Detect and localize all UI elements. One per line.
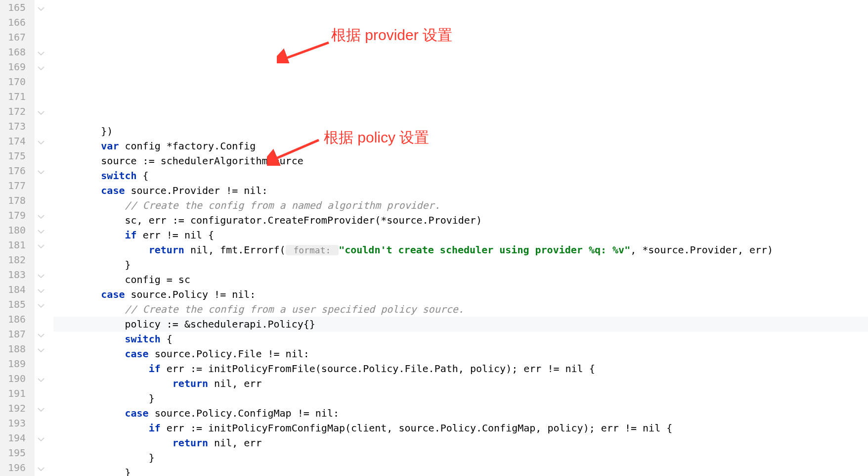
code-line[interactable]: case source.Provider != nil: <box>53 183 868 198</box>
annotation-provider: 根据 provider 设置 <box>331 29 452 41</box>
fold-marker-icon[interactable] <box>38 4 44 11</box>
fold-marker-icon[interactable] <box>38 138 44 144</box>
code-editor[interactable]: 1651661671681691701711721731741751761771… <box>0 0 868 476</box>
line-number: 177 <box>5 178 26 193</box>
line-number: 175 <box>5 148 26 163</box>
fold-marker-icon[interactable] <box>38 167 44 174</box>
code-line[interactable]: case source.Policy != nil: <box>53 287 868 302</box>
fold-marker-icon[interactable] <box>38 301 44 308</box>
line-number: 168 <box>5 45 26 59</box>
fold-marker-icon[interactable] <box>38 48 44 55</box>
line-number: 170 <box>5 74 26 89</box>
line-number: 192 <box>5 401 26 416</box>
line-number: 182 <box>5 252 26 267</box>
code-line[interactable]: if err != nil { <box>53 228 868 242</box>
fold-marker-icon[interactable] <box>38 286 44 293</box>
code-line[interactable]: config = sc <box>53 272 868 287</box>
code-line[interactable]: policy := &schedulerapi.Policy{} <box>53 317 868 332</box>
code-line[interactable]: case source.Policy.ConfigMap != nil: <box>53 406 868 421</box>
code-line[interactable]: // Create the config from a named algori… <box>53 198 868 213</box>
code-line[interactable]: return nil, err <box>53 435 868 450</box>
code-line[interactable]: return nil, err <box>53 376 868 391</box>
line-number: 189 <box>5 356 26 371</box>
fold-marker-icon[interactable] <box>38 331 44 337</box>
fold-marker-icon[interactable] <box>38 212 44 219</box>
fold-marker-icon[interactable] <box>38 434 44 441</box>
code-line[interactable]: case source.Policy.File != nil: <box>53 346 868 361</box>
line-number: 179 <box>5 208 26 223</box>
arrow-icon <box>277 39 336 63</box>
code-line[interactable]: } <box>53 465 868 476</box>
code-line[interactable]: sc, err := configurator.CreateFromProvid… <box>53 213 868 228</box>
line-number: 196 <box>5 460 26 475</box>
code-line[interactable]: if err := initPolicyFromConfigMap(client… <box>53 421 868 435</box>
code-line[interactable]: return nil, fmt.Errorf( format: "couldn'… <box>53 242 868 257</box>
code-area[interactable]: 根据 provider 设置 根据 policy 设置 }) var confi… <box>49 0 868 476</box>
line-number: 176 <box>5 163 26 178</box>
line-number: 171 <box>5 89 26 104</box>
svg-line-1 <box>283 43 329 59</box>
line-number: 187 <box>5 327 26 341</box>
line-number: 166 <box>5 15 26 30</box>
fold-marker-icon[interactable] <box>38 227 44 234</box>
fold-marker-icon[interactable] <box>38 405 44 412</box>
fold-marker-icon[interactable] <box>38 375 44 382</box>
code-line[interactable]: source := schedulerAlgorithmSource <box>53 153 868 168</box>
line-number: 184 <box>5 282 26 297</box>
line-number: 188 <box>5 341 26 356</box>
code-line[interactable]: } <box>53 391 868 406</box>
line-number: 172 <box>5 104 26 119</box>
code-line[interactable]: if err := initPolicyFromFile(source.Poli… <box>53 361 868 376</box>
line-number: 194 <box>5 430 26 445</box>
fold-marker-icon[interactable] <box>38 241 44 248</box>
line-number: 186 <box>5 312 26 327</box>
line-number: 183 <box>5 267 26 282</box>
code-line[interactable]: var config *factory.Config <box>53 139 868 153</box>
code-line[interactable]: switch { <box>53 332 868 346</box>
fold-column <box>35 0 49 476</box>
line-number: 191 <box>5 386 26 401</box>
code-line[interactable]: // Create the config from a user specifi… <box>53 302 868 317</box>
line-number: 190 <box>5 371 26 386</box>
line-number: 169 <box>5 59 26 74</box>
line-number: 173 <box>5 119 26 134</box>
line-number: 181 <box>5 238 26 252</box>
line-number: 180 <box>5 223 26 238</box>
line-number: 165 <box>5 0 26 15</box>
code-line[interactable]: }) <box>53 124 868 139</box>
fold-marker-icon[interactable] <box>38 271 44 278</box>
line-number: 185 <box>5 297 26 312</box>
line-number-gutter: 1651661671681691701711721731741751761771… <box>0 0 35 476</box>
code-line[interactable]: } <box>53 450 868 465</box>
fold-marker-icon[interactable] <box>38 464 44 471</box>
line-number: 174 <box>5 134 26 148</box>
fold-marker-icon[interactable] <box>38 345 44 352</box>
line-number: 193 <box>5 416 26 430</box>
line-number: 167 <box>5 30 26 45</box>
line-number: 195 <box>5 445 26 460</box>
code-line[interactable]: } <box>53 257 868 272</box>
fold-marker-icon[interactable] <box>38 63 44 70</box>
line-number: 178 <box>5 193 26 208</box>
fold-marker-icon[interactable] <box>38 108 44 115</box>
code-line[interactable]: switch { <box>53 168 868 183</box>
